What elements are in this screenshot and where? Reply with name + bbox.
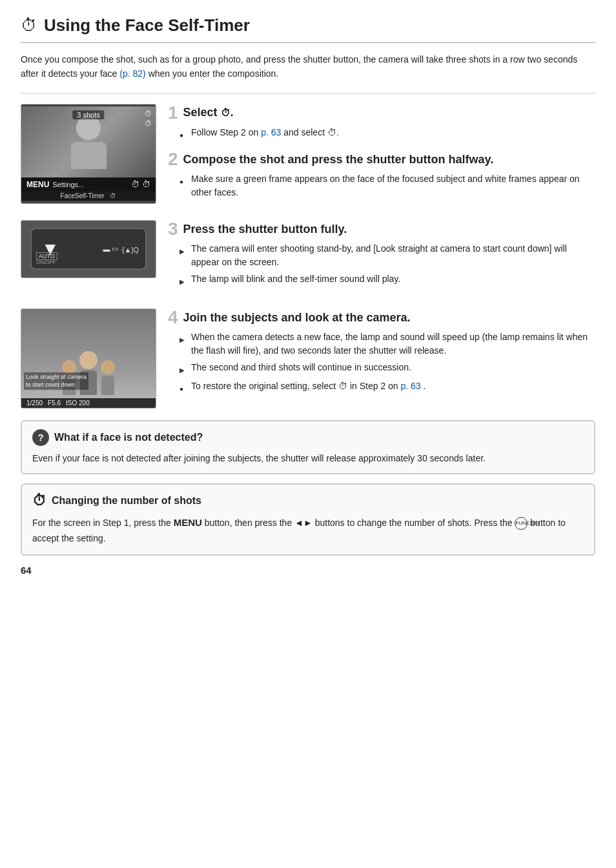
step4-bullet2: The second and third shots will continue… (180, 361, 595, 376)
bullet-triangle (180, 274, 187, 288)
step1-row: 3 shots ⏱ ⏱ MENU Settings... ⏱ ⏱ (21, 104, 595, 208)
step1-block: 1 Select ⏱. Follow Step 2 on p. 63 and s… (168, 104, 595, 141)
info-box-header: ? What if a face is not detected? (32, 429, 584, 446)
info-box-text: Even if your face is not detected after … (32, 451, 584, 465)
bullet-dot (180, 128, 187, 141)
step1-heading: Select ⏱. (183, 106, 233, 119)
step4-link[interactable]: p. 63 (401, 381, 421, 391)
page-container: ⏱ Using the Face Self-Timer Once you com… (21, 15, 595, 576)
step3-bullet1: The camera will enter shooting stand-by,… (180, 242, 595, 269)
shots-badge: 3 shots (72, 110, 104, 119)
face-self-timer-icon2: ⏱ (142, 179, 150, 189)
shots-box-text: For the screen in Step 1, press the MENU… (32, 514, 584, 547)
step1-menu-bar: MENU Settings... ⏱ ⏱ (21, 177, 156, 191)
bullet-dot (180, 381, 187, 395)
shots-box: ⏱ Changing the number of shots For the s… (21, 483, 595, 556)
aperture: F5.6 (48, 399, 61, 407)
right-icons: ⏱ ⏱ (131, 179, 150, 189)
camera-status-bar: 1/250 F5.6 ISO 200 (21, 398, 156, 408)
step1-bullet1: Follow Step 2 on p. 63 and select ⏱. (180, 126, 595, 141)
step3-row: AUTO ON/OFF ▼ ▬ ▭ ·[▲]Q 3 Press (21, 220, 595, 297)
step2-bullets: Make sure a green frame appears on the f… (180, 172, 595, 199)
step3-number: 3 (168, 220, 178, 238)
step3-bullets: The camera will enter shooting stand-by,… (180, 242, 595, 288)
step2-number: 2 (168, 150, 178, 168)
step2-heading: Compose the shot and press the shutter b… (183, 152, 493, 165)
step4-row: Look straight at camera to start count d… (21, 308, 595, 409)
step3-content: 3 Press the shutter button fully. The ca… (168, 220, 595, 297)
iso: ISO 200 (66, 399, 90, 407)
face-self-timer-label: FaceSelf-Timer ⏱ (21, 191, 156, 201)
bullet-triangle (180, 363, 187, 376)
step3-heading: Press the shutter button fully. (183, 222, 347, 235)
step3-bullet2: The lamp will blink and the self-timer s… (180, 272, 595, 288)
bullet-triangle (180, 244, 187, 269)
camera-top-view: AUTO ON/OFF ▼ ▬ ▭ ·[▲]Q (30, 228, 147, 270)
question-icon: ? (32, 429, 49, 446)
page-title: Using the Face Self-Timer (44, 15, 250, 35)
step1-bullets: Follow Step 2 on p. 63 and select ⏱. (180, 126, 595, 141)
step4-bullets: When the camera detects a new face, the … (180, 330, 595, 395)
step4-bullet3: To restore the original setting, select … (180, 379, 595, 395)
zoom-icon: ·[▲]Q (120, 246, 139, 254)
info-box: ? What if a face is not detected? Even i… (21, 420, 595, 474)
step4-image: Look straight at camera to start count d… (21, 308, 156, 409)
step4-number: 4 (168, 308, 178, 327)
step1-inline-icon: ⏱ (327, 127, 336, 137)
page-number: 64 (21, 565, 595, 576)
card-icon: ▭ (112, 245, 118, 253)
menu-key: MENU (174, 517, 202, 528)
func-set-btn: FUNCSET (515, 517, 528, 530)
steps-1-2-content: 1 Select ⏱. Follow Step 2 on p. 63 and s… (168, 104, 595, 208)
step2-bullet1: Make sure a green frame appears on the f… (180, 172, 595, 199)
step1-number: 1 (168, 104, 178, 122)
shots-box-header: ⏱ Changing the number of shots (32, 492, 584, 509)
person3 (101, 360, 115, 395)
settings-label: Settings... (52, 181, 84, 188)
camera-right-controls: ▬ ▭ ·[▲]Q (103, 244, 139, 254)
step4-block: 4 Join the subjects and look at the came… (168, 308, 595, 395)
step1-heading-icon: ⏱ (221, 107, 231, 118)
shutter-speed: 1/250 (26, 399, 43, 407)
step4-content: 4 Join the subjects and look at the came… (168, 308, 595, 404)
step4-heading: Join the subjects and look at the camera… (183, 310, 410, 323)
step3-block: 3 Press the shutter button fully. The ca… (168, 220, 595, 288)
bullet-dot (180, 174, 187, 199)
battery-icon: ▬ (103, 245, 110, 253)
page-header: ⏱ Using the Face Self-Timer (21, 15, 595, 43)
info-box-title: What if a face is not detected? (54, 432, 203, 443)
bullet-triangle (180, 332, 187, 358)
menu-label: MENU (26, 180, 49, 189)
intro-text: Once you compose the shot, such as for a… (21, 52, 595, 81)
step4-bullet1: When the camera detects a new face, the … (180, 330, 595, 358)
step3-image: AUTO ON/OFF ▼ ▬ ▭ ·[▲]Q (21, 220, 156, 278)
face-self-timer-icon1: ⏱ (131, 179, 139, 189)
section-divider (21, 93, 595, 94)
step2-block: 2 Compose the shot and press the shutter… (168, 150, 595, 199)
auto-label: AUTO ON/OFF (36, 253, 57, 265)
step1-link[interactable]: p. 63 (261, 127, 281, 137)
step1-image: 3 shots ⏱ ⏱ MENU Settings... ⏱ ⏱ (21, 104, 156, 204)
intro-link[interactable]: (p. 82) (119, 68, 145, 79)
count-down-overlay: Look straight at camera to start count d… (24, 372, 88, 390)
shots-box-title: Changing the number of shots (52, 495, 201, 507)
face-timer-header-icon: ⏱ (21, 15, 37, 35)
step4-restore-icon: ⏱ (338, 381, 347, 391)
shots-box-icon: ⏱ (32, 492, 46, 509)
lr-arrows-icon: ◄► (294, 518, 313, 529)
